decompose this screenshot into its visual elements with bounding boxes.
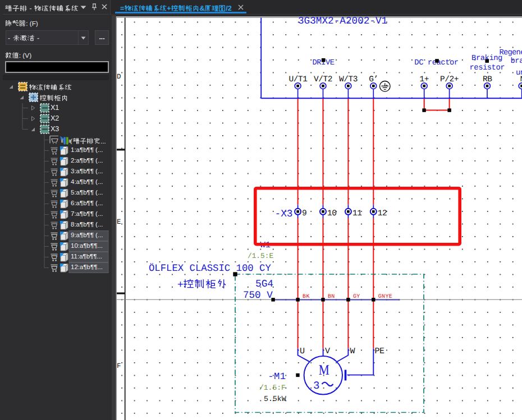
svg-text:3: 3 [313,380,319,392]
svg-text:(: ( [70,138,72,145]
svg-text:Regenerat: Regenerat [500,49,522,57]
svg-text:/1.5:E: /1.5:E [248,252,273,260]
svg-text:U: U [300,347,305,356]
svg-text:&: & [199,5,204,12]
svg-text:12: 12 [378,209,387,218]
svg-text:GY: GY [353,294,360,300]
svg-text:...: ... [100,138,106,145]
svg-text:resistor: resistor [469,64,505,72]
svg-text:brak: brak [511,57,522,66]
svg-text:BK: BK [303,294,310,300]
svg-text:GNYE: GNYE [378,294,392,300]
svg-text:+: + [167,5,171,12]
svg-text:BN: BN [328,294,335,300]
svg-text:/1.5:F: /1.5:F [259,384,286,392]
svg-text:-X3: -X3 [274,209,292,220]
svg-text:+: + [177,278,184,290]
svg-text:5G4: 5G4 [255,279,273,290]
svg-text:PE: PE [375,347,385,356]
svg-text:W: W [350,347,355,356]
svg-text:9: 9 [302,209,306,218]
svg-text:-M1: -M1 [268,372,286,382]
svg-text:D: D [117,73,121,81]
svg-text:3G3MX2-A2002-V1: 3G3MX2-A2002-V1 [298,16,387,27]
svg-text:=: = [120,5,124,12]
svg-text:10: 10 [327,209,337,218]
svg-text:11: 11 [352,209,362,218]
svg-text:5.5kW: 5.5kW [264,395,286,403]
svg-text:F: F [117,362,121,370]
svg-text:V: V [325,347,330,356]
svg-text:/2: /2 [226,5,232,12]
svg-text:M: M [319,362,329,378]
svg-text:ÖLFLEX CLASSIC 100 CY: ÖLFLEX CLASSIC 100 CY [149,263,271,274]
svg-text:750 V: 750 V [243,290,273,301]
svg-text:E: E [117,218,121,226]
